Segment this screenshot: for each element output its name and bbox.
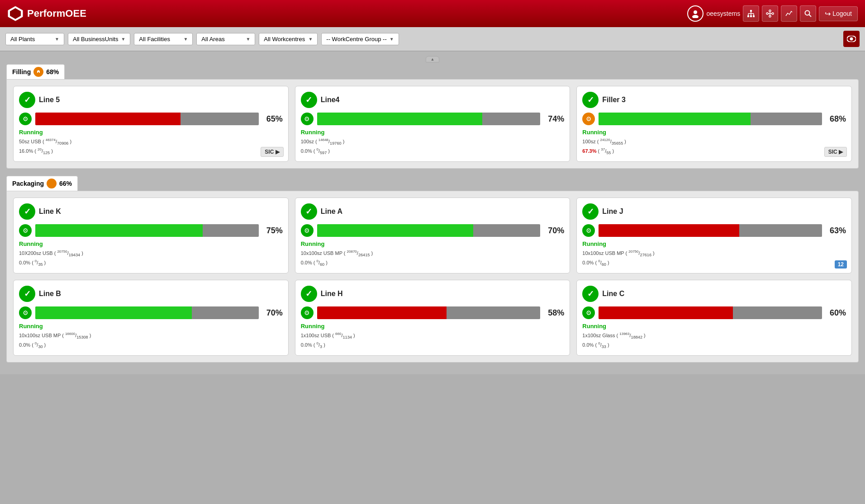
all-plants-select[interactable]: All Plants ▼ (5, 33, 64, 45)
chart-icon[interactable] (781, 5, 797, 22)
card-lineA-progress-row: ⚙ 70% (301, 224, 565, 237)
pct-line5: 65% (262, 114, 283, 124)
svg-point-14 (769, 10, 771, 12)
all-plants-label: All Plants (10, 36, 35, 42)
all-business-units-select[interactable]: All BusinessUnits ▼ (68, 33, 130, 45)
progress-bar-lineH (317, 306, 541, 319)
progress-fill-lineB (35, 306, 192, 319)
filling-oee-value: 68% (46, 68, 59, 75)
pct-lineB: 70% (262, 308, 283, 318)
chevron-down-icon: ▼ (55, 37, 59, 42)
svg-rect-6 (750, 15, 752, 17)
gear-icon-lineC: ⚙ (582, 306, 595, 319)
card-lineA-title: Line A (321, 207, 342, 216)
progress-fill-lineK (35, 224, 203, 237)
packaging-section: Packaging 66% ✓ Line K ⚙ 75% (6, 176, 859, 363)
status-lineC: Running (582, 323, 846, 330)
collapse-handle[interactable]: ▲ (426, 56, 439, 62)
workcentre-group-select[interactable]: -- WorkCentre Group -- ▼ (321, 33, 399, 45)
chevron-down-icon: ▼ (183, 37, 188, 42)
progress-bar-lineB (35, 306, 259, 319)
card-line5: ✓ Line 5 ⚙ 65% Running 50sz USB ( 46374/… (13, 86, 289, 162)
card-lineH: ✓ Line H ⚙ 58% Running 1x100sz USB ( 660… (295, 280, 570, 356)
hierarchy-icon[interactable] (743, 5, 759, 22)
sic-button-line5[interactable]: SIC ▶ (261, 147, 283, 157)
svg-line-20 (809, 15, 812, 17)
filling-cards: ✓ Line 5 ⚙ 65% Running 50sz USB ( 46374/… (6, 79, 859, 169)
card-lineB-progress-row: ⚙ 70% (19, 306, 283, 319)
card-filler3-progress-row: ⚙ 68% (582, 113, 846, 125)
logo-icon (7, 5, 24, 22)
filling-tab[interactable]: Filling 68% (6, 64, 65, 79)
progress-bar-filler3 (599, 113, 822, 125)
card-lineH-title: Line H (321, 290, 343, 298)
svg-point-2 (694, 10, 697, 14)
user-avatar (687, 5, 703, 22)
all-business-units-label: All BusinessUnits (73, 36, 118, 42)
progress-fill-lineA (317, 224, 474, 237)
card-lineJ: ✓ Line J ⚙ 63% Running 10x100sz USB MP (… (576, 198, 852, 273)
visibility-button[interactable] (843, 31, 860, 47)
card-lineC-title: Line C (602, 290, 624, 298)
progress-bar-lineK (35, 224, 259, 237)
search-icon[interactable] (800, 5, 816, 22)
logout-arrow-icon: ↪ (825, 9, 831, 18)
pct-filler3: 68% (826, 114, 846, 124)
card-lineA-header: ✓ Line A (301, 203, 565, 220)
packaging-section-header: Packaging 66% (6, 176, 859, 191)
info-lineJ: 10x100sz USB MP ( 20750/27616 ) 0.0% ( 0… (582, 249, 846, 268)
card-line4-title: Line4 (321, 96, 340, 104)
chevron-down-icon: ▼ (308, 37, 313, 42)
check-icon-line4: ✓ (301, 92, 317, 108)
pct-lineC: 60% (826, 308, 846, 318)
card-filler3-header: ✓ Filler 3 (582, 92, 846, 108)
header-nav: oeesystems ↪ Logout (687, 5, 858, 22)
pct-lineH: 58% (544, 308, 564, 318)
pct-lineA: 70% (544, 226, 564, 236)
all-areas-select[interactable]: All Areas ▼ (196, 33, 255, 45)
logout-label: Logout (832, 10, 852, 17)
gear-icon-line5: ⚙ (19, 113, 32, 125)
card-line5-header: ✓ Line 5 (19, 92, 283, 108)
svg-point-15 (772, 13, 774, 14)
gear-icon-line4: ⚙ (301, 113, 314, 125)
progress-fill-lineC (599, 306, 732, 319)
card-lineC: ✓ Line C ⚙ 60% Running 1x100sz Glass ( 1… (576, 280, 852, 356)
logo-text: PerformOEE (27, 8, 86, 19)
card-lineB-header: ✓ Line B (19, 286, 283, 302)
packaging-tab[interactable]: Packaging 66% (6, 176, 78, 191)
card-lineB: ✓ Line B ⚙ 70% Running 10x100sz USB MP (… (13, 280, 289, 356)
progress-fill-filler3 (599, 113, 751, 125)
card-line5-progress-row: ⚙ 65% (19, 113, 283, 125)
gear-icon-lineA: ⚙ (301, 224, 314, 237)
packaging-cards: ✓ Line K ⚙ 75% Running 10X200sz USB ( 20… (6, 191, 859, 363)
check-icon-filler3: ✓ (582, 92, 599, 108)
card-lineC-progress-row: ⚙ 60% (582, 306, 846, 319)
check-icon-lineB: ✓ (19, 286, 35, 302)
all-facilities-select[interactable]: All Facilities ▼ (134, 33, 193, 45)
packaging-label: Packaging (12, 180, 44, 187)
progress-bar-line4 (317, 113, 541, 125)
status-lineH: Running (301, 323, 565, 330)
gear-icon-filler3: ⚙ (582, 113, 595, 125)
info-lineC: 1x100sz Glass ( 13963/18842 ) 0.0% ( 0/3… (582, 331, 846, 350)
check-icon-lineC: ✓ (582, 286, 599, 302)
card-lineK-title: Line K (39, 207, 61, 216)
sic-button-filler3[interactable]: SIC ▶ (824, 147, 847, 157)
status-lineK: Running (19, 240, 283, 247)
all-workcentres-label: All Workcentres (264, 36, 305, 42)
progress-fill-lineJ (599, 224, 739, 237)
all-facilities-label: All Facilities (139, 36, 170, 42)
pct-line4: 74% (544, 114, 564, 124)
status-lineA: Running (301, 240, 565, 247)
logout-button[interactable]: ↪ Logout (819, 6, 858, 21)
packaging-oee-badge (47, 179, 57, 188)
svg-rect-7 (753, 15, 755, 17)
all-workcentres-select[interactable]: All Workcentres ▼ (259, 33, 318, 45)
progress-bar-lineJ (599, 224, 822, 237)
status-lineJ: Running (582, 240, 846, 247)
svg-rect-5 (747, 15, 749, 17)
network-icon[interactable] (762, 5, 778, 22)
card-lineJ-title: Line J (602, 207, 623, 216)
card-lineH-progress-row: ⚙ 58% (301, 306, 565, 319)
